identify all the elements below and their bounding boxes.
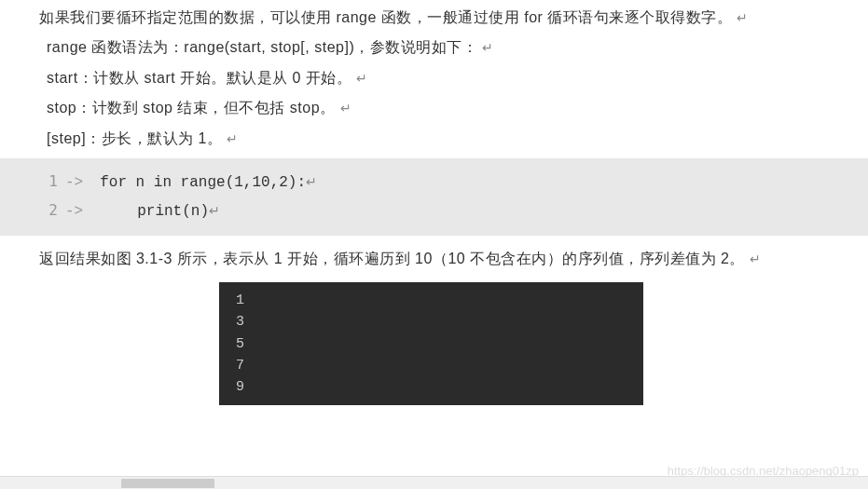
return-marker-icon: ↵	[340, 102, 352, 115]
code-text: print(n)	[100, 197, 209, 225]
param-step: [step]：步长，默认为 1。 ↵	[9, 125, 859, 153]
param-step-text: [step]：步长，默认为 1。	[47, 130, 222, 146]
return-marker-icon: ↵	[482, 41, 494, 55]
arrow-icon: ->	[65, 169, 100, 197]
return-marker-icon: ↵	[227, 132, 239, 146]
line-number: 1	[0, 168, 65, 196]
result-content: 返回结果如图 3.1-3 所示，表示从 1 开始，循环遍历到 10（10 不包含…	[0, 241, 868, 273]
param-start-text: start：计数从 start 开始。默认是从 0 开始。	[47, 70, 351, 86]
document-content: 如果我们要循环指定范围的数据，可以使用 range 函数，一般通过使用 for …	[0, 0, 868, 153]
intro-paragraph: 如果我们要循环指定范围的数据，可以使用 range 函数，一般通过使用 for …	[9, 4, 859, 32]
param-start: start：计数从 start 开始。默认是从 0 开始。 ↵	[9, 64, 859, 92]
code-block: 1 -> for n in range(1,10,2): ↵ 2 -> prin…	[0, 158, 868, 236]
output-line: 5	[236, 333, 627, 355]
syntax-line: range 函数语法为：range(start, stop[, step])，参…	[9, 34, 859, 61]
scrollbar-thumb[interactable]	[121, 479, 214, 488]
result-paragraph: 返回结果如图 3.1-3 所示，表示从 1 开始，循环遍历到 10（10 不包含…	[9, 245, 859, 273]
output-line: 9	[236, 376, 627, 398]
result-text: 返回结果如图 3.1-3 所示，表示从 1 开始，循环遍历到 10（10 不包含…	[39, 251, 745, 266]
return-marker-icon: ↵	[306, 170, 317, 196]
intro-text: 如果我们要循环指定范围的数据，可以使用 range 函数，一般通过使用 for …	[39, 9, 732, 25]
return-marker-icon: ↵	[737, 11, 749, 25]
terminal-output: 1 3 5 7 9	[219, 282, 643, 405]
code-text: for n in range(1,10,2):	[100, 169, 306, 197]
line-number: 2	[0, 197, 65, 224]
param-stop-text: stop：计数到 stop 结束，但不包括 stop。	[47, 100, 336, 115]
param-stop: stop：计数到 stop 结束，但不包括 stop。 ↵	[9, 94, 859, 122]
syntax-text: range 函数语法为：range(start, stop[, step])，参…	[47, 39, 477, 55]
return-marker-icon: ↵	[209, 199, 220, 224]
output-line: 1	[236, 290, 627, 311]
return-marker-icon: ↵	[750, 252, 762, 266]
arrow-icon: ->	[65, 197, 100, 225]
code-line: 1 -> for n in range(1,10,2): ↵	[0, 168, 868, 197]
horizontal-scrollbar[interactable]	[0, 476, 868, 489]
return-marker-icon: ↵	[356, 72, 368, 86]
output-line: 3	[236, 311, 627, 333]
code-line: 2 -> print(n) ↵	[0, 197, 868, 225]
output-line: 7	[236, 355, 627, 376]
